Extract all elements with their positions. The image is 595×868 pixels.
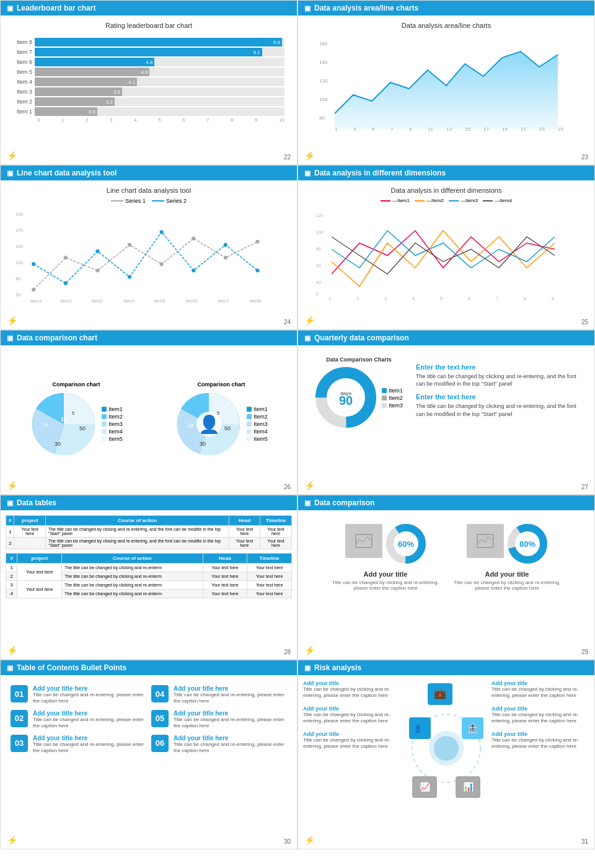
risk-right: Add your title Title can be changed by c… [491, 680, 589, 817]
risk-left-2: Add your title Title can be changed by c… [303, 706, 401, 725]
svg-point-30 [192, 237, 195, 241]
line-chart-svg: 200 170 140 110 80 50 [7, 206, 291, 306]
bar-label: Item 6 [13, 59, 35, 65]
bar-label: Item 3 [13, 89, 35, 95]
svg-text:Item4: Item4 [123, 298, 134, 304]
cell-action: The title can be changed by clicking and… [62, 572, 203, 581]
bar-axis: 012345678910 [37, 117, 284, 123]
cell-action: The title can be changed by clicking and… [62, 581, 203, 590]
bar-label: Item 2 [13, 99, 35, 105]
risk-left-title-2: Add your title [303, 706, 401, 712]
slide-area-line: Data analysis area/line charts Data anal… [298, 0, 595, 165]
svg-text:3: 3 [384, 296, 387, 301]
svg-text:19: 19 [502, 126, 508, 132]
quarterly-content: Data Comparison Charts days 90 [298, 345, 594, 494]
svg-text:13: 13 [446, 126, 452, 132]
quarterly-donut-row: days 90 Item1 Item2 Item3 [315, 366, 403, 430]
toc-text-06: Add your title here Title can be changed… [174, 735, 287, 755]
svg-text:12: 12 [61, 416, 67, 422]
toc-item-04: 04 Add your title here Title can be chan… [151, 685, 287, 705]
table-row: 1 Your text here The title can be change… [6, 564, 292, 572]
bar-track: 2.5 [35, 107, 284, 116]
th-head2: Head [203, 554, 247, 564]
bar-value: 9.9 [273, 40, 280, 45]
header-label-data-comp: Data comparison [314, 498, 374, 507]
quarterly-heading1: Enter the text here [416, 363, 583, 371]
donut-container: days 90 [315, 366, 377, 430]
quarterly-left: Data Comparison Charts days 90 [309, 356, 408, 430]
slide-icon-dim: ⚡ [304, 316, 315, 326]
svg-text:30: 30 [55, 441, 61, 447]
slide-header-area: Data analysis area/line charts [298, 1, 594, 16]
bar-value: 9.1 [253, 50, 260, 55]
cell-time: Your text here [247, 581, 292, 590]
comp2-title: Add your title [485, 570, 529, 578]
cell-time: Your text here [247, 590, 292, 598]
toc-item-03: 03 Add your title here Title can be chan… [11, 735, 146, 755]
bar-label: Item 7 [13, 49, 35, 55]
risk-left-title-1: Add your title [303, 680, 401, 686]
pie1-legend: Item1 Item2 Item3 Item4 Item5 [102, 405, 123, 443]
quarterly-inner: Data Comparison Charts days 90 [304, 352, 588, 435]
cell-num: 1 [6, 526, 14, 538]
toc-text-02: Add your title here Title can be changed… [33, 710, 146, 730]
toc-title-01: Add your title here [33, 685, 146, 692]
slide-dimensions: Data analysis in different dimensions Da… [298, 165, 595, 330]
legend-item4: —Item4 [483, 198, 512, 203]
svg-text:📊: 📊 [463, 782, 474, 792]
toc-item-05: 05 Add your title here Title can be chan… [151, 710, 287, 730]
svg-marker-5 [335, 51, 558, 129]
header-label-area: Data analysis area/line charts [314, 4, 418, 12]
svg-text:21: 21 [521, 126, 526, 132]
bar-chart: Item 8 9.9 Item 7 9.1 Item 6 4.8 Item 5 … [7, 34, 291, 125]
comp-chart-content: Comparison chart 12 5 50 30 18 [1, 345, 297, 494]
toc-body-04: Title can be changed and re-entering, pl… [174, 692, 287, 705]
bar-label: Item 5 [13, 69, 35, 75]
risk-right-title-3: Add your title [491, 731, 589, 737]
bar-value: 4.6 [141, 69, 148, 75]
quarterly-body1: The title can be changed by clicking and… [416, 373, 583, 388]
comp-items-row: 60% Add your title Title can be changed … [306, 518, 587, 591]
risk-left: Add your title Title can be changed by c… [303, 680, 401, 817]
bar-label: Item 1 [13, 108, 35, 115]
toc-text-04: Add your title here Title can be changed… [174, 685, 287, 705]
header-label: Leaderboard bar chart [17, 4, 95, 12]
header-label-comp: Data comparison chart [17, 334, 97, 342]
bar-label: Item 4 [13, 79, 35, 85]
risk-inner: Add your title Title can be changed by c… [303, 680, 589, 817]
svg-point-35 [95, 249, 99, 253]
comp-item-2: 80% Add your title Title can be changed … [451, 524, 563, 591]
cell-action: The title can be changed by clicking and… [62, 564, 203, 572]
cell-proj: Your text here [17, 564, 62, 581]
cell-num: 1 [6, 564, 17, 572]
svg-text:25: 25 [558, 126, 563, 132]
toc-title-03: Add your title here [33, 735, 146, 742]
pie2-legend: Item1 Item2 Item3 Item4 Item5 [247, 405, 268, 443]
legend-item3: —Item3 [449, 198, 478, 203]
pie-chart-2: Comparison chart 12 5 50 30 [175, 381, 268, 458]
risk-right-3: Add your title Title can be changed by c… [491, 731, 589, 750]
cell-head: Your text here [203, 572, 247, 581]
area-chart-svg: 160 140 120 100 80 1 3 5 7 [304, 33, 588, 132]
slide-icon-leaderboard: ⚡ [7, 151, 17, 161]
bar-row: Item 7 9.1 [13, 48, 284, 56]
risk-left-body-1: Title can be changed by clicking and re-… [303, 686, 401, 699]
comp1-donut: 60% [386, 524, 426, 565]
slide-header-risk: Risk analysis [298, 660, 594, 675]
bar-value: 3.5 [113, 89, 120, 95]
th-head1: Head [229, 516, 260, 526]
svg-text:3: 3 [353, 126, 356, 132]
cell-num: 2 [6, 538, 14, 549]
svg-text:23: 23 [539, 126, 545, 132]
svg-text:1: 1 [335, 126, 338, 132]
legend-series1: Series 1 [111, 198, 146, 204]
slide-icon-area: ⚡ [304, 151, 315, 161]
table-1: # project Course of action Head Timeline… [6, 515, 292, 549]
svg-text:140: 140 [319, 60, 328, 65]
pie2-container: 12 5 50 30 18 👤 [175, 390, 243, 458]
toc-body-06: Title can be changed and re-entering, pl… [174, 742, 287, 755]
svg-text:Item6: Item6 [186, 298, 197, 304]
table-row: 3 Your text here The title can be change… [6, 581, 292, 590]
slide-num-comp: 26 [284, 484, 291, 490]
th-proj1: project [14, 516, 46, 526]
